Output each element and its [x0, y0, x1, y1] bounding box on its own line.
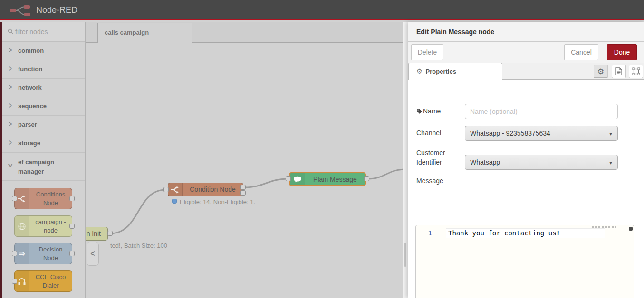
palette-category-function[interactable]: > function	[2, 60, 85, 79]
line-number: 1	[416, 229, 432, 237]
caret-down-icon: ▾	[609, 155, 612, 170]
output-port-2[interactable]	[240, 190, 246, 196]
chevron-left-icon: <	[90, 250, 95, 258]
edit-node-tray: Edit Plain Message node Delete Cancel Do…	[408, 22, 644, 298]
name-input[interactable]	[465, 104, 618, 119]
workspace-tabbar: calls campaign	[86, 22, 403, 43]
tray-titlebar: Edit Plain Message node	[408, 22, 644, 42]
input-port	[12, 251, 17, 256]
input-port[interactable]	[286, 176, 291, 181]
chevron-down-icon: >	[6, 164, 14, 167]
cancel-button[interactable]: Cancel	[564, 44, 598, 60]
delete-button[interactable]: Delete	[411, 44, 443, 60]
node-status-text: ted!, Batch Size: 100	[110, 242, 167, 249]
node-edit-form: Name Channel Whatsapp - 923558375634 ▾ C…	[408, 80, 644, 298]
properties-view-button[interactable]: ⚙	[594, 65, 608, 78]
caret-down-icon: ▾	[609, 126, 612, 141]
palette-category-parser[interactable]: > parser	[2, 116, 85, 134]
canvas-scrollbar-thumb[interactable]	[404, 243, 406, 267]
editor-scrollbar-thumb[interactable]	[629, 227, 633, 231]
palette-node-conditions[interactable]: Conditions Node	[14, 188, 72, 209]
gear-icon: ⚙	[416, 67, 423, 75]
chevron-right-icon: >	[9, 46, 12, 55]
appearance-view-button[interactable]	[629, 65, 643, 78]
tray-tabrow: ⚙Properties ⚙	[408, 63, 644, 80]
tray-toolbar: Delete Cancel Done	[408, 42, 644, 63]
palette-category-ef-campaign-manager[interactable]: > ef campaign manager	[2, 153, 85, 181]
app-title: Node-RED	[36, 5, 77, 15]
fork-icon	[168, 183, 183, 196]
output-port[interactable]	[107, 231, 113, 236]
canvas-scrollbar	[403, 22, 408, 298]
palette-node-cce-cisco-dialer[interactable]: CCE Cisco Dialer	[14, 270, 72, 292]
palette-node-campaign[interactable]: campaign - node	[14, 215, 72, 237]
chevron-right-icon: >	[9, 83, 12, 92]
tab-properties[interactable]: ⚙Properties	[408, 63, 502, 80]
selection-box-icon	[632, 67, 640, 75]
palette-category-storage[interactable]: > storage	[2, 134, 85, 153]
output-port	[69, 224, 75, 229]
editor-scrollbar	[627, 225, 634, 298]
output-port	[69, 196, 75, 201]
document-icon	[615, 67, 622, 75]
flow-node-plain-message[interactable]: Plain Message	[289, 172, 366, 186]
collapse-panel-button[interactable]: <	[87, 242, 99, 266]
message-label: Message	[416, 177, 443, 185]
input-port[interactable]	[163, 187, 169, 192]
editor-minimap	[592, 226, 616, 228]
done-button[interactable]: Done	[607, 44, 637, 60]
output-port[interactable]	[364, 176, 369, 181]
gear-icon: ⚙	[597, 67, 604, 76]
description-view-button[interactable]	[612, 65, 626, 78]
palette-node-decision[interactable]: ⇒ Decision Node	[14, 243, 72, 264]
node-red-window: Node-RED filter nodes > common > functio…	[0, 0, 644, 298]
flow-area[interactable]: n Init ted!, Batch Size: 100 Condition N…	[86, 43, 403, 298]
flow-canvas[interactable]: calls campaign n Init ted!, Batch Size: …	[86, 22, 403, 298]
chevron-right-icon: >	[9, 65, 12, 73]
chevron-right-icon: >	[9, 139, 12, 147]
message-code-editor[interactable]: 1 Thank you for contacting us!	[415, 225, 634, 298]
input-port	[12, 196, 17, 201]
palette-category-network[interactable]: > network	[2, 79, 85, 97]
palette-sidebar: filter nodes > common > function > netwo…	[2, 22, 86, 298]
palette-search[interactable]: filter nodes	[2, 22, 85, 42]
channel-select[interactable]: Whatsapp - 923558375634 ▾	[465, 126, 618, 141]
tray-title: Edit Plain Message node	[408, 22, 644, 42]
globe-icon	[15, 216, 29, 236]
tag-icon	[416, 108, 423, 114]
palette-category-sequence[interactable]: > sequence	[2, 97, 85, 116]
node-status-text: Eligible: 14. Non-Eligible: 1.	[180, 198, 255, 205]
status-dot	[172, 199, 177, 204]
chevron-right-icon: >	[9, 120, 12, 129]
palette-category-common[interactable]: > common	[2, 42, 85, 60]
customer-identifier-select[interactable]: Whatsapp ▾	[465, 155, 618, 170]
palette-search-placeholder: filter nodes	[15, 22, 48, 42]
app-header: Node-RED	[0, 0, 644, 20]
flow-node-condition[interactable]: Condition Node	[168, 183, 243, 196]
input-port	[12, 279, 17, 284]
flow-wires	[86, 43, 403, 298]
customer-identifier-label: Customer Identifier	[416, 148, 454, 167]
chat-bubble-icon	[290, 173, 305, 185]
message-text: Thank you for contacting us!	[448, 229, 560, 237]
node-red-logo-icon	[10, 4, 31, 17]
channel-label: Channel	[416, 129, 441, 137]
output-port	[69, 251, 75, 256]
tab-calls-campaign[interactable]: calls campaign	[97, 23, 192, 43]
name-label: Name	[416, 107, 441, 115]
flow-node-campaign-init[interactable]: n Init	[86, 227, 108, 241]
output-port-1[interactable]	[240, 185, 246, 190]
search-icon	[8, 28, 14, 35]
chevron-right-icon: >	[9, 102, 12, 110]
